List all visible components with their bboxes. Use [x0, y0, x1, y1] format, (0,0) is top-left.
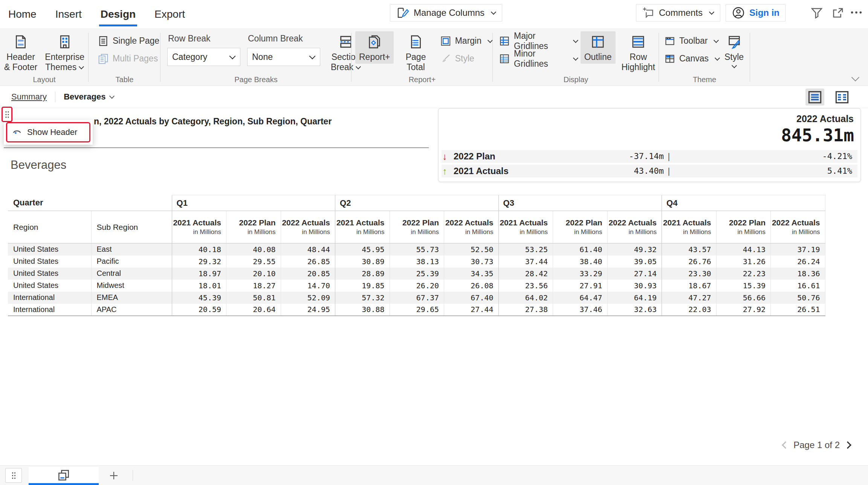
nav-tab-export[interactable]: Export	[154, 0, 185, 28]
minor-gridlines-button[interactable]: Minor Gridlines	[499, 50, 578, 67]
outline-button[interactable]: Outline	[581, 31, 616, 64]
page-total-button[interactable]: Page Total	[397, 31, 434, 74]
next-page-icon[interactable]	[844, 441, 851, 449]
bottom-bar	[0, 465, 868, 485]
summary-link[interactable]: Summary	[11, 92, 47, 102]
active-sheet-tab[interactable]: Beverages	[64, 92, 115, 102]
value-cell: 18.67	[662, 280, 717, 292]
expand-icon[interactable]	[831, 6, 845, 20]
more-options-icon[interactable]	[850, 6, 863, 19]
show-header-eye-icon	[12, 127, 22, 138]
previous-page-icon[interactable]	[782, 441, 789, 449]
value-cell: 18.27	[226, 280, 281, 292]
row-break-dropdown[interactable]: Category	[167, 48, 240, 66]
multi-pages-button[interactable]: Multi Pages	[98, 50, 159, 67]
report-builder-app: Home Insert Design Export Manage Columns	[0, 0, 868, 485]
value-cell: 30.89	[335, 256, 390, 268]
kpi-comparison-row: ↓2022 Plan-37.14m|-4.21%	[442, 150, 857, 163]
kpi-delta-value: -37.14m	[629, 150, 664, 163]
value-cell: 23.56	[498, 280, 553, 292]
chevron-down-icon	[573, 55, 578, 60]
row-break-label: Row Break	[168, 34, 240, 44]
value-cell: 44.13	[716, 243, 771, 256]
sign-in-button[interactable]: Sign in	[726, 4, 785, 21]
value-cell: 34.35	[444, 268, 499, 280]
header-footer-button[interactable]: Header & Footer	[0, 31, 41, 74]
column-break-dropdown[interactable]: None	[247, 48, 320, 66]
ribbon-collapse-icon[interactable]	[851, 73, 859, 81]
margin-button[interactable]: Margin	[440, 32, 493, 50]
value-cell: 20.85	[281, 268, 335, 280]
manage-columns-button[interactable]: Manage Columns	[390, 4, 502, 21]
nav-tab-design[interactable]: Design	[101, 0, 136, 28]
style-pencil-icon	[727, 34, 742, 49]
value-cell: 43.57	[662, 243, 717, 256]
value-cell: 67.40	[444, 292, 499, 304]
row-highlight-icon	[631, 34, 646, 49]
quarter-header-q1: Q1	[172, 195, 335, 211]
value-cell: 25.39	[390, 268, 444, 280]
report-plus-icon	[367, 34, 382, 49]
report-plus-label: Report+	[359, 52, 390, 62]
filter-icon[interactable]	[810, 6, 824, 20]
value-cell: 14.70	[281, 280, 335, 292]
value-cell: 64.02	[498, 292, 553, 304]
row-break-value: Category	[172, 52, 207, 62]
region-cell: United States	[8, 256, 91, 268]
group-label-table: Table	[89, 75, 160, 84]
show-header-menu-item[interactable]: Show Header	[6, 122, 90, 142]
value-cell: 57.32	[335, 292, 390, 304]
canvas-button[interactable]: Canvas	[664, 50, 720, 67]
value-cell: 24.95	[281, 304, 335, 316]
value-cell: 61.40	[553, 243, 608, 256]
multi-pages-icon	[98, 53, 109, 64]
region-cell: United States	[8, 280, 91, 292]
group-label-layout: Layout	[0, 75, 89, 84]
nav-tab-home[interactable]: Home	[8, 0, 37, 28]
pages-drag-handle[interactable]	[5, 468, 22, 483]
measure-header: 2022 Actualsin Millions	[444, 211, 499, 243]
report-plus-button[interactable]: Report+	[355, 31, 394, 64]
table-row: InternationalAPAC20.5920.6424.9530.8829.…	[8, 304, 825, 316]
theme-style-button[interactable]: Style	[721, 31, 747, 69]
kpi-separator: |	[666, 150, 671, 163]
table-row: United StatesMidwest18.0118.2714.7019.85…	[8, 280, 825, 292]
value-cell: 27.92	[716, 304, 771, 316]
group-label-theme: Theme	[659, 75, 750, 84]
row-highlight-button[interactable]: Row Highlight	[618, 31, 659, 74]
measure-header: 2022 Planin Millions	[390, 211, 444, 243]
comments-label: Comments	[659, 8, 703, 18]
table-row: InternationalEMEA45.3950.8152.0957.3267.…	[8, 292, 825, 304]
drag-handle-annotation[interactable]	[2, 107, 12, 122]
quarter-header-q3: Q3	[498, 195, 662, 211]
two-column-view-toggle[interactable]	[833, 89, 851, 106]
ribbon-group-table: Single Page Multi Pages Table	[89, 28, 160, 86]
value-cell: 32.63	[607, 304, 662, 316]
single-page-button[interactable]: Single Page	[98, 32, 159, 50]
value-cell: 38.13	[390, 256, 444, 268]
chevron-down-icon	[491, 9, 496, 15]
measure-header: 2022 Planin Millions	[716, 211, 771, 243]
active-page-tab[interactable]	[29, 467, 99, 485]
single-page-icon	[98, 35, 109, 47]
measure-header: 2022 Planin Millions	[553, 211, 608, 243]
comments-button[interactable]: Comments	[636, 4, 720, 21]
minor-gridlines-icon	[499, 53, 510, 64]
value-cell: 29.65	[390, 304, 444, 316]
value-cell: 27.91	[553, 280, 608, 292]
value-cell: 37.46	[553, 304, 608, 316]
single-column-view-toggle[interactable]	[805, 89, 824, 106]
kpi-card: 2022 Actuals 845.31m ↓2022 Plan-37.14m|-…	[438, 108, 861, 182]
style-button[interactable]: Style	[440, 50, 493, 67]
canvas-label: Canvas	[679, 54, 709, 64]
toolbar-button[interactable]: Toolbar	[664, 32, 720, 50]
nav-tab-insert[interactable]: Insert	[55, 0, 82, 28]
value-cell: 55.73	[390, 243, 444, 256]
drag-dots-icon	[11, 471, 17, 480]
section-title: Beverages	[11, 158, 66, 172]
major-gridlines-button[interactable]: Major Gridlines	[499, 32, 578, 50]
enterprise-themes-button[interactable]: Enterprise Themes	[41, 31, 88, 74]
value-cell: 50.76	[771, 292, 825, 304]
kpi-percent-value: -4.21%	[822, 150, 852, 163]
add-page-button[interactable]	[107, 469, 120, 482]
